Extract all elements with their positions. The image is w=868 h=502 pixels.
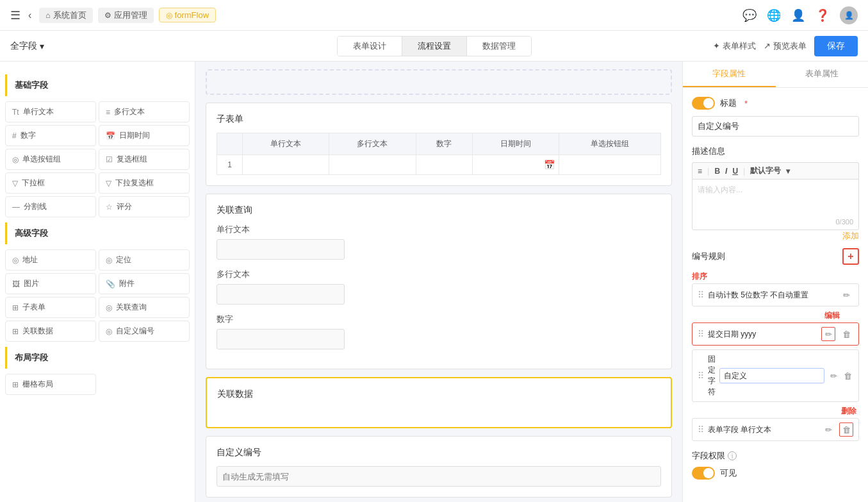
user-icon[interactable]: 👤 <box>791 8 805 22</box>
field-multi-dropdown[interactable]: ▽ 下拉复选框 <box>99 172 190 194</box>
top-navigation: ☰ ‹ ⌂ 系统首页 ⚙ 应用管理 ◎ formFlow 💬 🌐 👤 ❓ 👤 <box>0 0 868 31</box>
rq-field-3-input[interactable] <box>217 329 345 349</box>
style-icon: ✦ <box>713 41 720 51</box>
breadcrumb-formflow[interactable]: ◎ formFlow <box>159 8 216 22</box>
rule-3-edit-icon[interactable]: ✏ <box>828 369 839 383</box>
info-icon[interactable]: i <box>728 451 737 460</box>
desc-editor[interactable]: 请输入内容... 0/300 <box>692 179 859 230</box>
field-radio-group[interactable]: ◎ 单选按钮组 <box>5 149 96 170</box>
field-address[interactable]: ◎ 地址 <box>5 249 96 271</box>
title-toggle-row: 标题 * <box>692 97 859 110</box>
preview-button[interactable]: ↗ 预览表单 <box>764 40 807 52</box>
visible-toggle[interactable] <box>692 467 715 480</box>
rule-row-4: ⠿ 表单字段 单行文本 ✏ 🗑 <box>692 418 859 441</box>
field-custom-number[interactable]: ◎ 自定义编号 <box>99 321 190 342</box>
rule-2-delete-icon[interactable]: 🗑 <box>839 327 853 341</box>
divider-icon: — <box>12 203 20 212</box>
avatar[interactable]: 👤 <box>840 6 858 24</box>
underline-button[interactable]: U <box>732 167 738 176</box>
sub-table-cell-1[interactable] <box>243 155 329 175</box>
encoding-add-button[interactable]: + <box>842 248 859 265</box>
tab-flow-settings[interactable]: 流程设置 <box>402 37 467 56</box>
all-fields-toggle[interactable]: 全字段 ▾ <box>10 40 44 52</box>
rule-3-input[interactable] <box>719 368 824 383</box>
message-icon[interactable]: 💬 <box>742 8 757 22</box>
section-advanced-fields: 高级字段 <box>5 222 190 244</box>
right-tabs: 字段属性 表单属性 <box>683 62 868 88</box>
advanced-fields-grid: ◎ 地址 ◎ 定位 🖼 图片 📎 附件 ⊞ 子表单 ◎ 关联查询 <box>5 249 190 342</box>
field-linked-data[interactable]: ⊞ 关联数据 <box>5 321 96 342</box>
save-button[interactable]: 保存 <box>814 36 858 56</box>
drag-handle-2[interactable]: ⠿ <box>698 329 704 339</box>
field-grid-label: 栅格布局 <box>22 379 53 390</box>
visible-label: 可见 <box>720 467 737 479</box>
language-icon[interactable]: 🌐 <box>767 8 781 22</box>
title-input[interactable] <box>692 116 859 137</box>
field-attachment-label: 附件 <box>119 278 135 289</box>
sub-table-cell-2[interactable] <box>329 155 416 175</box>
field-related-query[interactable]: ◎ 关联查询 <box>99 297 190 318</box>
top-drop-zone <box>206 69 672 95</box>
rule-2-edit-icon[interactable]: ✏ <box>821 327 835 341</box>
form-style-button[interactable]: ✦ 表单样式 <box>713 40 756 52</box>
sub-table-cell-3[interactable] <box>416 155 472 175</box>
font-size-button[interactable]: 默认字号 <box>750 165 781 176</box>
back-button[interactable]: ‹ <box>28 10 31 21</box>
rule-row-1: ⠿ 自动计数 5位数字 不自动重置 ✏ <box>692 283 859 306</box>
field-multi-text[interactable]: ≡ 多行文本 <box>99 101 190 122</box>
rule-1-edit-icon[interactable]: ✏ <box>839 288 853 302</box>
field-attachment[interactable]: 📎 附件 <box>99 273 190 294</box>
sub-table-col-4: 日期时间 <box>472 133 559 155</box>
tab-form-props[interactable]: 表单属性 <box>776 62 869 87</box>
breadcrumb-home[interactable]: ⌂ 系统首页 <box>39 8 92 23</box>
field-number[interactable]: # 数字 <box>5 125 96 146</box>
field-subtable[interactable]: ⊞ 子表单 <box>5 297 96 318</box>
field-grid-layout[interactable]: ⊞ 栅格布局 <box>5 374 96 395</box>
font-size-chevron[interactable]: ▾ <box>786 167 790 176</box>
field-linked-data-label: 关联数据 <box>22 326 53 337</box>
rule-4-delete-icon[interactable]: 🗑 <box>839 423 853 437</box>
sub-table-cell-4[interactable]: 📅 <box>472 155 559 175</box>
breadcrumb-apps[interactable]: ⚙ 应用管理 <box>98 8 154 23</box>
tab-field-props[interactable]: 字段属性 <box>683 62 776 87</box>
help-icon[interactable]: ❓ <box>815 8 830 22</box>
title-toggle[interactable] <box>692 97 715 110</box>
bold-button[interactable]: B <box>714 167 720 176</box>
sub-table-col-1: 单行文本 <box>243 133 329 155</box>
drag-handle-3[interactable]: ⠿ <box>698 371 704 381</box>
drag-handle-4[interactable]: ⠿ <box>698 424 704 435</box>
field-single-text[interactable]: Tt 单行文本 <box>5 101 96 122</box>
field-divider[interactable]: — 分割线 <box>5 196 96 217</box>
align-button[interactable]: ≡ <box>698 167 702 176</box>
tab-data-management[interactable]: 数据管理 <box>467 37 531 56</box>
form-canvas: 子表单 单行文本 多行文本 数字 日期时间 单选按钮组 1 <box>195 62 682 502</box>
rule-3-delete-icon[interactable]: 🗑 <box>843 369 854 383</box>
field-address-label: 地址 <box>22 255 38 265</box>
checkbox-icon: ☑ <box>106 155 113 164</box>
hamburger-menu[interactable]: ☰ <box>10 8 20 22</box>
multi-dropdown-icon: ▽ <box>106 179 111 188</box>
italic-button[interactable]: I <box>725 167 727 176</box>
add-label[interactable]: 添加 <box>692 230 859 242</box>
drag-handle-1[interactable]: ⠿ <box>698 290 704 300</box>
sub-table-col-5: 单选按钮组 <box>559 133 661 155</box>
field-datetime[interactable]: 📅 日期时间 <box>99 125 190 146</box>
sub-table-cell-5[interactable] <box>559 155 661 175</box>
related-query-field-1: 单行文本 <box>217 224 661 260</box>
rq-field-1-input[interactable] <box>217 239 345 260</box>
apps-icon: ⚙ <box>104 11 111 20</box>
rq-field-2-input[interactable] <box>217 284 345 305</box>
right-properties-panel: 字段属性 表单属性 标题 * 描述信息 ≡ | B I U | <box>682 62 868 502</box>
custom-number-input[interactable] <box>217 466 661 487</box>
sub-table-col-3: 数字 <box>416 133 472 155</box>
rule-4-edit-icon[interactable]: ✏ <box>821 423 835 437</box>
tab-form-design[interactable]: 表单设计 <box>338 37 402 56</box>
field-dropdown[interactable]: ▽ 下拉框 <box>5 172 96 194</box>
field-location[interactable]: ◎ 定位 <box>99 249 190 271</box>
field-checkbox-group[interactable]: ☑ 复选框组 <box>99 149 190 170</box>
field-rating[interactable]: ☆ 评分 <box>99 196 190 217</box>
linked-data-card: 关联数据 <box>206 377 672 428</box>
field-image[interactable]: 🖼 图片 <box>5 273 96 294</box>
permission-label: 字段权限 <box>692 450 725 462</box>
required-star: * <box>744 99 748 108</box>
